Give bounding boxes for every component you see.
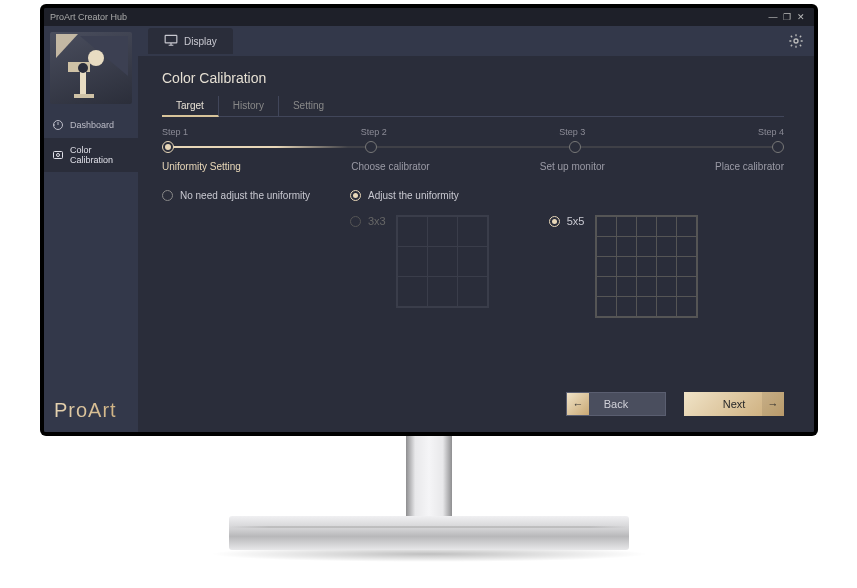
monitor-frame: ProArt Creator Hub — ❐ ✕ xyxy=(40,4,818,436)
uniformity-options: No need adjust the uniformity Adjust the… xyxy=(162,190,784,318)
svg-point-5 xyxy=(78,63,88,73)
top-tabbar: Display xyxy=(138,26,814,56)
page-title: Color Calibration xyxy=(162,70,784,86)
step-caption-1: Uniformity Setting xyxy=(162,161,241,172)
step-dot-1[interactable] xyxy=(162,141,174,153)
arrow-right-icon: → xyxy=(762,392,784,416)
subtab-target[interactable]: Target xyxy=(162,96,219,117)
sidebar-item-calibration[interactable]: Color Calibration xyxy=(44,138,138,172)
svg-rect-10 xyxy=(165,35,177,43)
step-dot-3[interactable] xyxy=(569,141,581,153)
window-close-button[interactable]: ✕ xyxy=(794,12,808,22)
window-maximize-button[interactable]: ❐ xyxy=(780,12,794,22)
button-label: Next xyxy=(723,398,746,410)
step-progress: Step 1 Step 2 Step 3 Step 4 xyxy=(162,127,784,172)
radio-adjust[interactable]: Adjust the uniformity xyxy=(350,190,459,201)
grid-preview-3x3 xyxy=(396,215,489,308)
radio-label: Adjust the uniformity xyxy=(368,190,459,201)
titlebar: ProArt Creator Hub — ❐ ✕ xyxy=(44,8,814,26)
svg-point-11 xyxy=(794,39,798,43)
button-label: Back xyxy=(604,398,628,410)
radio-label: 5x5 xyxy=(567,215,585,227)
tab-label: Display xyxy=(184,36,217,47)
svg-rect-6 xyxy=(74,94,94,98)
brand-logo: ProArt xyxy=(44,389,138,432)
sidebar-item-dashboard[interactable]: Dashboard xyxy=(44,112,138,138)
sidebar-item-label: Dashboard xyxy=(70,120,114,130)
radio-label: 3x3 xyxy=(368,215,386,227)
settings-button[interactable] xyxy=(788,33,804,49)
step-dot-4[interactable] xyxy=(772,141,784,153)
main-panel: Color Calibration Target History Setting… xyxy=(138,56,814,432)
monitor-icon xyxy=(164,34,178,48)
arrow-left-icon: ← xyxy=(567,393,589,415)
step-label-1: Step 1 xyxy=(162,127,188,137)
app-window: ProArt Creator Hub — ❐ ✕ xyxy=(44,8,814,432)
radio-grid-5x5[interactable]: 5x5 xyxy=(549,215,585,227)
step-label-4: Step 4 xyxy=(758,127,784,137)
tab-display[interactable]: Display xyxy=(148,28,233,54)
wizard-buttons: ← Back Next → xyxy=(566,392,784,416)
window-title: ProArt Creator Hub xyxy=(50,12,127,22)
step-caption-4: Place calibrator xyxy=(715,161,784,172)
monitor-stand-neck xyxy=(406,434,452,524)
window-minimize-button[interactable]: — xyxy=(766,12,780,22)
step-label-2: Step 2 xyxy=(361,127,387,137)
back-button[interactable]: ← Back xyxy=(566,392,666,416)
subtab-setting[interactable]: Setting xyxy=(279,96,338,116)
step-caption-3: Set up monitor xyxy=(540,161,605,172)
radio-grid-3x3[interactable]: 3x3 xyxy=(350,215,386,227)
step-caption-2: Choose calibrator xyxy=(351,161,429,172)
calibration-icon xyxy=(52,149,64,161)
radio-no-adjust[interactable]: No need adjust the uniformity xyxy=(162,190,310,201)
svg-rect-8 xyxy=(54,152,63,159)
radio-label: No need adjust the uniformity xyxy=(180,190,310,201)
subtabs: Target History Setting xyxy=(162,96,784,117)
grid-preview-5x5 xyxy=(595,215,698,318)
svg-point-9 xyxy=(57,154,60,157)
sidebar: Dashboard Color Calibration ProArt xyxy=(44,26,138,432)
next-button[interactable]: Next → xyxy=(684,392,784,416)
sidebar-item-label: Color Calibration xyxy=(70,145,130,165)
svg-marker-0 xyxy=(56,34,78,58)
step-label-3: Step 3 xyxy=(559,127,585,137)
sidebar-logo xyxy=(50,32,132,104)
subtab-history[interactable]: History xyxy=(219,96,279,116)
dashboard-icon xyxy=(52,119,64,131)
monitor-stand-base xyxy=(229,516,629,550)
step-dot-2[interactable] xyxy=(365,141,377,153)
svg-point-2 xyxy=(88,50,104,66)
